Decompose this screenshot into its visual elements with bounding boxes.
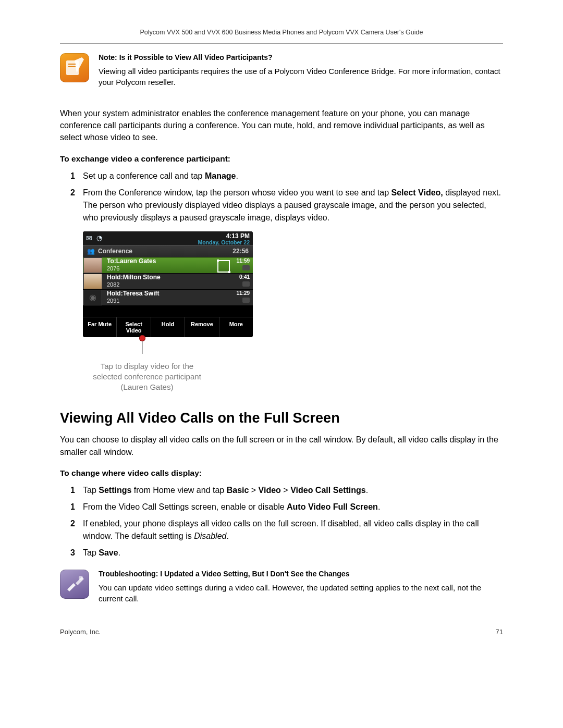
page-footer: Polycom, Inc. 71 [60,628,503,636]
call-duration: 0:41 [239,274,250,280]
step-post: . [236,171,238,180]
clock-icon: ◔ [96,234,102,242]
participant-row-hold[interactable]: ◉ Hold:Teresa Swift 2091 11:29 [83,289,253,305]
header-rule [60,43,503,44]
t: . [118,548,120,557]
call-duration: 11:59 [236,258,250,264]
envelope-icon: ✉ [86,234,92,242]
b: Video [259,486,281,495]
step-number: 1 [70,484,75,497]
svg-point-3 [79,576,83,580]
participant-name: Hold:Milton Stone [107,274,239,281]
conference-header: 👥 Conference 22:56 [83,245,253,257]
i: Disabled [194,532,226,540]
softkey-hold[interactable]: Hold [151,317,185,337]
step-2: 2 From the Conference window, tap the pe… [70,187,503,224]
exchange-heading: To exchange video a conference participa… [60,154,503,164]
softkey-remove[interactable]: Remove [185,317,219,337]
troubleshooting-icon [60,570,89,599]
pin-icon [139,335,145,341]
conference-label: Conference [98,248,132,255]
note-content: Note: Is it Possible to View All Video P… [99,53,503,88]
t: Tap [83,548,99,557]
caption-line: selected conference participant [93,372,201,381]
participant-row-active[interactable]: To:Lauren Gates 2076 11:59 [83,257,253,273]
phone-statusbar: ✉ ◔ 4:13 PM Monday, October 22 [83,231,253,245]
step-text: From the Conference window, tap the pers… [83,188,391,197]
participant-ext: 2082 [107,281,239,288]
document-page: Polycom VVX 500 and VVX 600 Business Med… [0,0,563,657]
callout-pointer [83,337,255,358]
svg-rect-2 [68,66,76,67]
t: If enabled, your phone displays all vide… [83,519,479,540]
section-heading: Viewing All Video Calls on the Full Scre… [60,410,503,426]
note-title: Note: Is it Possible to View All Video P… [99,53,503,61]
t: . [378,502,380,511]
status-date: Monday, October 22 [198,239,250,245]
section-paragraph: You can choose to display all video call… [60,434,503,458]
caption-line: Tap to display video for the [101,362,193,371]
t: . [366,486,368,495]
step-bold: Manage [205,171,236,180]
participant-name: Hold:Teresa Swift [107,290,236,298]
softkey-bar: Far Mute Select Video Hold Remove More [83,317,253,337]
status-icon [242,281,250,287]
page-header: Polycom VVX 500 and VVX 600 Business Med… [60,29,503,36]
b: Basic [227,486,249,495]
footer-company: Polycom, Inc. [60,628,101,636]
footer-page-number: 71 [496,628,503,636]
phone-screenshot: ✉ ◔ 4:13 PM Monday, October 22 👥 Confere… [83,231,255,393]
screenshot-caption: Tap to display video for the selected co… [61,361,233,393]
people-icon: 👥 [87,248,95,255]
status-time: 4:13 PM [198,232,250,240]
phone-gap [83,305,253,317]
step-number: 1 [70,501,75,513]
b: Settings [99,486,131,495]
softkey-far-mute[interactable]: Far Mute [83,317,117,337]
step-number: 2 [70,517,75,530]
t: > [249,486,258,495]
avatar [83,257,102,273]
step-1b: 1 From the Video Call Settings screen, e… [70,501,503,513]
status-icon [242,298,250,303]
step-bold: Select Video, [391,188,443,197]
note-icon [60,53,89,82]
step-number: 1 [70,170,75,182]
fullscreen-icon [217,260,230,273]
svg-rect-1 [68,64,76,65]
status-icon [242,265,250,270]
change-steps: 1 Tap Settings from Home view and tap Ba… [60,484,503,559]
step-number: 3 [70,547,75,559]
troubleshooting-content: Troubleshooting: I Updated a Video Setti… [99,570,503,604]
step-number: 2 [70,187,75,199]
participant-ext: 2091 [107,298,236,304]
step-1: 1 Set up a conference call and tap Manag… [70,170,503,182]
note-callout: Note: Is it Possible to View All Video P… [60,53,503,88]
step-2: 2 If enabled, your phone displays all vi… [70,517,503,542]
step-1: 1 Tap Settings from Home view and tap Ba… [70,484,503,497]
avatar [83,274,102,289]
call-duration: 11:29 [236,290,250,297]
b: Video Call Settings [290,486,366,495]
avatar: ◉ [83,290,102,305]
b: Save [99,548,118,557]
note-body: Viewing all video participants requires … [99,66,503,88]
troubleshooting-body: You can update video settings during a v… [99,582,503,604]
pin-stem [142,341,143,354]
conference-duration: 22:56 [232,248,249,255]
t: from Home view and tap [131,486,226,495]
softkey-more[interactable]: More [219,317,253,337]
troubleshooting-title: Troubleshooting: I Updated a Video Setti… [99,570,503,578]
b: Auto Video Full Screen [287,502,378,511]
exchange-steps: 1 Set up a conference call and tap Manag… [60,170,503,224]
step-3: 3 Tap Save. [70,547,503,559]
t: Tap [83,486,99,495]
softkey-select-video[interactable]: Select Video [117,317,151,337]
phone-ui: ✉ ◔ 4:13 PM Monday, October 22 👥 Confere… [83,231,253,337]
t: . [226,532,228,540]
caption-line: (Lauren Gates) [121,382,174,391]
participant-row-hold[interactable]: Hold:Milton Stone 2082 0:41 [83,273,253,289]
t: > [281,486,290,495]
t: From the Video Call Settings screen, ena… [83,502,287,511]
step-text: Set up a conference call and tap [83,171,205,180]
